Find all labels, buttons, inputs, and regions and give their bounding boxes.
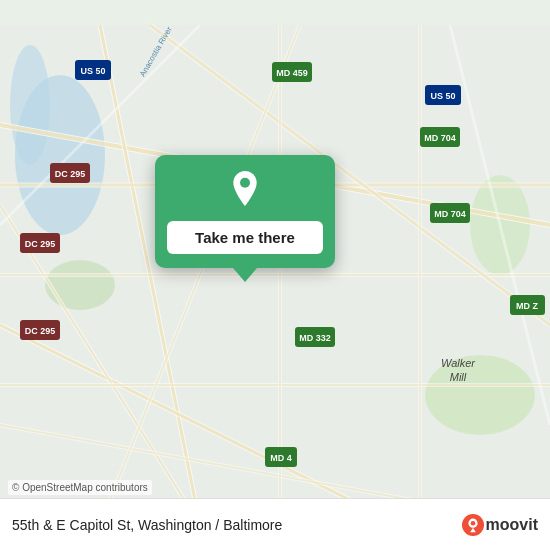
map-container: US 50 US 50 MD 459 MD 704 MD 704 MD 332 …	[0, 0, 550, 550]
map-attribution: © OpenStreetMap contributors	[8, 480, 152, 495]
svg-text:DC 295: DC 295	[25, 239, 56, 249]
svg-text:MD 704: MD 704	[424, 133, 456, 143]
take-me-there-button[interactable]: Take me there	[167, 221, 323, 254]
svg-text:MD 332: MD 332	[299, 333, 331, 343]
map-svg: US 50 US 50 MD 459 MD 704 MD 704 MD 332 …	[0, 0, 550, 550]
svg-text:DC 295: DC 295	[55, 169, 86, 179]
svg-point-57	[240, 178, 250, 188]
svg-text:Walker: Walker	[441, 357, 476, 369]
svg-text:MD 459: MD 459	[276, 68, 308, 78]
info-bar: 55th & E Capitol St, Washington / Baltim…	[0, 498, 550, 550]
svg-text:Mill: Mill	[450, 371, 467, 383]
svg-text:MD 4: MD 4	[270, 453, 292, 463]
svg-text:US 50: US 50	[430, 91, 455, 101]
moovit-icon	[462, 514, 484, 536]
location-label: 55th & E Capitol St, Washington / Baltim…	[12, 517, 454, 533]
svg-point-2	[10, 45, 50, 165]
moovit-text: moovit	[486, 516, 538, 534]
svg-text:US 50: US 50	[80, 66, 105, 76]
svg-text:MD 704: MD 704	[434, 209, 466, 219]
svg-point-60	[470, 520, 475, 525]
moovit-logo: moovit	[462, 514, 538, 536]
svg-text:MD Z: MD Z	[516, 301, 538, 311]
popup-card: Take me there	[155, 155, 335, 268]
svg-point-4	[45, 260, 115, 310]
svg-text:DC 295: DC 295	[25, 326, 56, 336]
location-pin-icon	[225, 171, 265, 211]
